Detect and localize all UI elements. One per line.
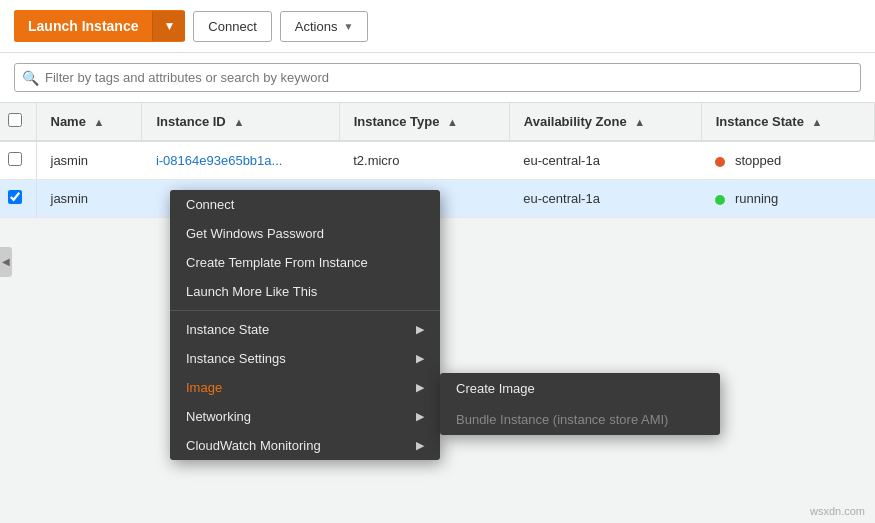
ctx-create-template[interactable]: Create Template From Instance: [170, 248, 440, 277]
ctx-create-image-label: Create Image: [456, 381, 535, 396]
col-az-label: Availability Zone: [524, 114, 627, 129]
row2-checkbox-cell[interactable]: [0, 180, 36, 218]
row1-checkbox[interactable]: [8, 152, 22, 166]
ctx-instance-state-label: Instance State: [186, 322, 269, 337]
ctx-networking-label: Networking: [186, 409, 251, 424]
ctx-instance-settings[interactable]: Instance Settings ▶: [170, 344, 440, 373]
row2-name: jasmin: [36, 180, 142, 218]
ctx-get-windows-password[interactable]: Get Windows Password: [170, 219, 440, 248]
search-icon: 🔍: [22, 70, 39, 86]
table-row[interactable]: jasmin i-08164e93e65bb1a... t2.micro eu-…: [0, 141, 875, 180]
row1-instance-type: t2.micro: [339, 141, 509, 180]
ctx-launch-more-label: Launch More Like This: [186, 284, 317, 299]
col-state-sort-icon: ▲: [812, 116, 823, 128]
table-header-row: Name ▲ Instance ID ▲ Instance Type ▲ Ava…: [0, 103, 875, 141]
ctx-get-windows-password-label: Get Windows Password: [186, 226, 324, 241]
col-instance-id[interactable]: Instance ID ▲: [142, 103, 339, 141]
col-az-sort-icon: ▲: [634, 116, 645, 128]
row2-state-label: running: [735, 191, 778, 206]
row1-az: eu-central-1a: [509, 141, 701, 180]
context-menu: Connect Get Windows Password Create Temp…: [170, 190, 440, 460]
connect-button[interactable]: Connect: [193, 11, 271, 42]
row2-state: running: [701, 180, 874, 218]
ctx-launch-more[interactable]: Launch More Like This: [170, 277, 440, 306]
ctx-bundle-instance: Bundle Instance (instance store AMI): [440, 404, 720, 435]
ctx-separator-1: [170, 310, 440, 311]
row2-az: eu-central-1a: [509, 180, 701, 218]
launch-instance-main[interactable]: Launch Instance: [14, 10, 152, 42]
ctx-cloudwatch-label: CloudWatch Monitoring: [186, 438, 321, 453]
row1-checkbox-cell[interactable]: [0, 141, 36, 180]
ctx-image[interactable]: Image ▶ Create Image Bundle Instance (in…: [170, 373, 440, 402]
ctx-instance-state[interactable]: Instance State ▶: [170, 315, 440, 344]
row2-state-dot: [715, 195, 725, 205]
ctx-create-template-label: Create Template From Instance: [186, 255, 368, 270]
row1-state-dot: [715, 157, 725, 167]
search-container: 🔍: [14, 63, 861, 92]
col-instance-type-sort-icon: ▲: [447, 116, 458, 128]
row1-state-label: stopped: [735, 153, 781, 168]
ctx-image-arrow-icon: ▶: [416, 381, 424, 394]
row1-name: jasmin: [36, 141, 142, 180]
launch-instance-button[interactable]: Launch Instance ▼: [14, 10, 185, 42]
search-input[interactable]: [14, 63, 861, 92]
row1-instance-id: i-08164e93e65bb1a...: [142, 141, 339, 180]
col-instance-id-sort-icon: ▲: [233, 116, 244, 128]
ctx-connect-label: Connect: [186, 197, 234, 212]
col-name-sort-icon: ▲: [94, 116, 105, 128]
ctx-bundle-instance-label: Bundle Instance (instance store AMI): [456, 412, 668, 427]
ctx-instance-settings-arrow-icon: ▶: [416, 352, 424, 365]
ctx-connect[interactable]: Connect: [170, 190, 440, 219]
ctx-networking[interactable]: Networking ▶: [170, 402, 440, 431]
col-instance-state[interactable]: Instance State ▲: [701, 103, 874, 141]
col-name[interactable]: Name ▲: [36, 103, 142, 141]
actions-chevron-icon: ▼: [343, 21, 353, 32]
ctx-image-label: Image: [186, 380, 222, 395]
ctx-networking-arrow-icon: ▶: [416, 410, 424, 423]
row1-state: stopped: [701, 141, 874, 180]
ctx-instance-settings-label: Instance Settings: [186, 351, 286, 366]
actions-button[interactable]: Actions ▼: [280, 11, 369, 42]
col-instance-type[interactable]: Instance Type ▲: [339, 103, 509, 141]
ctx-image-submenu: Create Image Bundle Instance (instance s…: [440, 373, 720, 435]
collapse-panel-arrow[interactable]: ◀: [0, 247, 12, 277]
select-all-checkbox[interactable]: [8, 113, 22, 127]
col-instance-id-label: Instance ID: [156, 114, 225, 129]
actions-label: Actions: [295, 19, 338, 34]
col-instance-type-label: Instance Type: [354, 114, 440, 129]
search-bar: 🔍: [0, 53, 875, 103]
ctx-cloudwatch[interactable]: CloudWatch Monitoring ▶: [170, 431, 440, 460]
select-all-header[interactable]: [0, 103, 36, 141]
launch-instance-dropdown[interactable]: ▼: [152, 11, 185, 41]
col-name-label: Name: [51, 114, 86, 129]
row2-checkbox[interactable]: [8, 190, 22, 204]
ctx-instance-state-arrow-icon: ▶: [416, 323, 424, 336]
col-state-label: Instance State: [716, 114, 804, 129]
ctx-cloudwatch-arrow-icon: ▶: [416, 439, 424, 452]
col-availability-zone[interactable]: Availability Zone ▲: [509, 103, 701, 141]
row1-instance-id-link[interactable]: i-08164e93e65bb1a...: [156, 153, 283, 168]
watermark: wsxdn.com: [810, 505, 865, 517]
toolbar: Launch Instance ▼ Connect Actions ▼: [0, 0, 875, 53]
ctx-create-image[interactable]: Create Image: [440, 373, 720, 404]
